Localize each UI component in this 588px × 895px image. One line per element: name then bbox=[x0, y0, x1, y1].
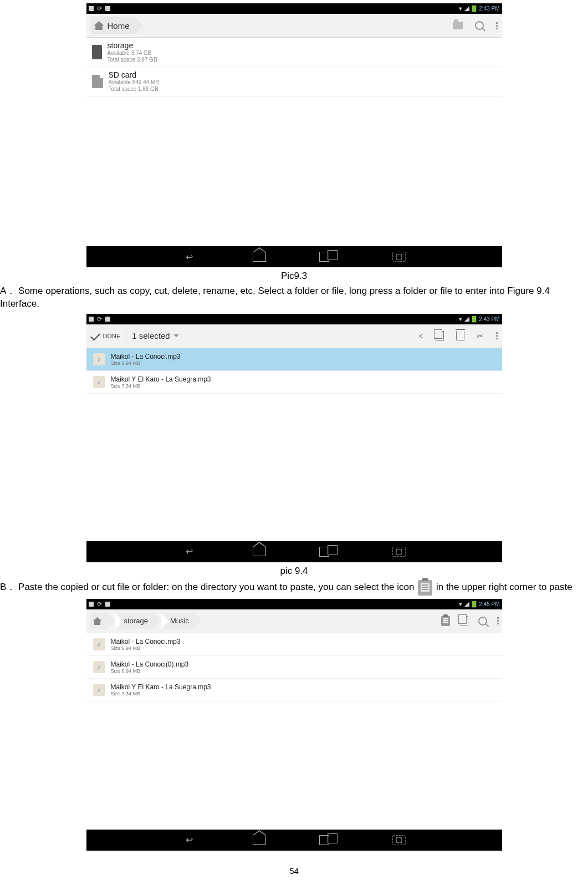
nav-screenshot-button[interactable] bbox=[389, 835, 409, 846]
file-row-selected[interactable]: Maikol - La Conoci.mp3 Size 6.94 MB bbox=[86, 348, 502, 371]
breadcrumb: storage Music bbox=[90, 613, 202, 629]
file-row[interactable]: Maikol - La Conoci(0).mp3 Size 6.94 MB bbox=[86, 656, 502, 679]
nav-back-button[interactable] bbox=[180, 835, 200, 846]
file-name: Maikol Y El Karo - La Suegra.mp3 bbox=[111, 375, 211, 383]
status-icon bbox=[105, 6, 110, 11]
selection-count-dropdown[interactable]: 1 selected bbox=[132, 331, 178, 340]
breadcrumb-home[interactable] bbox=[90, 613, 108, 629]
nav-back-button[interactable] bbox=[180, 251, 200, 262]
battery-icon bbox=[472, 5, 477, 12]
overflow-menu-icon[interactable] bbox=[496, 332, 498, 339]
page-number: 54 bbox=[0, 866, 588, 876]
storage-item-internal[interactable]: storage Available 3.74 GB Total space 3.… bbox=[86, 38, 502, 67]
android-nav-bar bbox=[86, 830, 502, 851]
delete-icon[interactable] bbox=[456, 331, 464, 340]
clipboard-paste-icon bbox=[418, 580, 432, 596]
breadcrumb-music[interactable]: Music bbox=[161, 613, 195, 629]
breadcrumb-label: storage bbox=[124, 617, 148, 625]
storage-item-sdcard[interactable]: SD card Available 849.44 MB Total space … bbox=[86, 67, 502, 96]
nav-recents-button[interactable] bbox=[319, 546, 339, 557]
music-file-icon bbox=[93, 638, 105, 650]
copy-icon[interactable] bbox=[436, 331, 444, 340]
breadcrumb-label: Music bbox=[170, 617, 189, 625]
music-file-icon bbox=[93, 353, 105, 365]
search-icon[interactable] bbox=[478, 617, 487, 626]
breadcrumb-storage[interactable]: storage bbox=[115, 613, 154, 629]
file-size: Size 6.94 MB bbox=[111, 668, 189, 674]
home-icon bbox=[93, 617, 102, 625]
wifi-icon: ▾ bbox=[459, 601, 462, 608]
signal-icon bbox=[464, 6, 469, 11]
wifi-icon: ▾ bbox=[459, 5, 462, 12]
nav-home-button[interactable] bbox=[249, 546, 269, 557]
nav-home-button[interactable] bbox=[249, 835, 269, 846]
battery-icon bbox=[472, 316, 477, 323]
storage-icon bbox=[92, 45, 102, 59]
status-time: 2:45 PM bbox=[479, 601, 499, 607]
sync-icon: ⟳ bbox=[97, 316, 102, 323]
paragraph-b: B． Paste the copied or cut file or folde… bbox=[0, 580, 588, 596]
file-name: Maikol Y El Karo - La Suegra.mp3 bbox=[111, 683, 211, 691]
file-size: Size 7.34 MB bbox=[111, 383, 211, 389]
new-folder-icon[interactable] bbox=[453, 22, 463, 29]
nav-back-button[interactable] bbox=[180, 546, 200, 557]
storage-available: Available 3.74 GB bbox=[108, 50, 157, 57]
sync-icon: ⟳ bbox=[97, 601, 102, 608]
nav-recents-button[interactable] bbox=[319, 835, 339, 846]
selection-action-bar: DONE 1 selected < ✂ bbox=[86, 324, 502, 348]
file-name: Maikol - La Conoci(0).mp3 bbox=[111, 660, 189, 668]
status-time: 2:43 PM bbox=[479, 316, 499, 322]
status-icon bbox=[105, 602, 110, 607]
music-file-icon bbox=[93, 661, 105, 673]
paragraph-b-post: in the upper right corner to paste bbox=[436, 582, 572, 592]
figure-caption: Pic9.3 bbox=[0, 271, 588, 282]
app-header: Home bbox=[86, 14, 502, 38]
app-header: storage Music bbox=[86, 609, 502, 633]
status-icon bbox=[89, 6, 94, 11]
music-file-icon bbox=[93, 684, 105, 696]
file-size: Size 6.94 MB bbox=[111, 360, 181, 366]
file-name: Maikol - La Conoci.mp3 bbox=[111, 638, 181, 645]
file-size: Size 7.34 MB bbox=[111, 691, 211, 696]
android-nav-bar bbox=[86, 246, 502, 267]
document-page: ⟳ ▾ 2:43 PM Home stor bbox=[0, 3, 588, 892]
screenshot-pic9-3: ⟳ ▾ 2:43 PM Home stor bbox=[86, 3, 502, 267]
breadcrumb-label: Home bbox=[108, 21, 130, 30]
nav-screenshot-button[interactable] bbox=[389, 546, 409, 557]
android-status-bar: ⟳ ▾ 2:45 PM bbox=[86, 599, 502, 609]
music-file-icon bbox=[93, 376, 105, 388]
status-time: 2:43 PM bbox=[479, 6, 499, 12]
nav-recents-button[interactable] bbox=[319, 251, 339, 262]
status-icon bbox=[89, 602, 94, 607]
android-nav-bar bbox=[86, 541, 502, 562]
status-icon bbox=[105, 317, 110, 322]
selection-count-label: 1 selected bbox=[132, 331, 170, 340]
separator bbox=[126, 329, 126, 343]
paste-icon[interactable] bbox=[441, 616, 450, 626]
storage-name: storage bbox=[108, 41, 157, 50]
signal-icon bbox=[464, 602, 469, 607]
nav-screenshot-button[interactable] bbox=[389, 251, 409, 262]
done-button[interactable]: DONE bbox=[91, 333, 121, 339]
screenshot-pic9-4: ⟳ ▾ 2:43 PM DONE 1 selected bbox=[86, 314, 502, 562]
paragraph-b-pre: B． Paste the copied or cut file or folde… bbox=[0, 582, 417, 592]
storage-name: SD card bbox=[109, 70, 160, 79]
new-folder-icon[interactable] bbox=[460, 616, 468, 626]
cut-icon[interactable]: ✂ bbox=[477, 331, 484, 341]
share-icon[interactable]: < bbox=[418, 332, 423, 340]
file-name: Maikol - La Conoci.mp3 bbox=[111, 353, 181, 360]
dropdown-triangle-icon bbox=[173, 334, 179, 337]
overflow-menu-icon[interactable] bbox=[496, 22, 498, 29]
file-row[interactable]: Maikol Y El Karo - La Suegra.mp3 Size 7.… bbox=[86, 679, 502, 701]
file-row[interactable]: Maikol - La Conoci.mp3 Size 6.94 MB bbox=[86, 633, 502, 656]
storage-total: Total space 3.97 GB bbox=[108, 57, 157, 63]
android-status-bar: ⟳ ▾ 2:43 PM bbox=[86, 314, 502, 324]
wifi-icon: ▾ bbox=[459, 316, 462, 323]
search-icon[interactable] bbox=[475, 21, 484, 30]
paragraph-a: A． Some operations, such as copy, cut, d… bbox=[0, 285, 588, 311]
nav-home-button[interactable] bbox=[249, 251, 269, 262]
file-row[interactable]: Maikol Y El Karo - La Suegra.mp3 Size 7.… bbox=[86, 371, 502, 394]
overflow-menu-icon[interactable] bbox=[497, 617, 499, 624]
breadcrumb-home[interactable]: Home bbox=[91, 17, 135, 34]
figure-caption: pic 9.4 bbox=[0, 566, 588, 577]
